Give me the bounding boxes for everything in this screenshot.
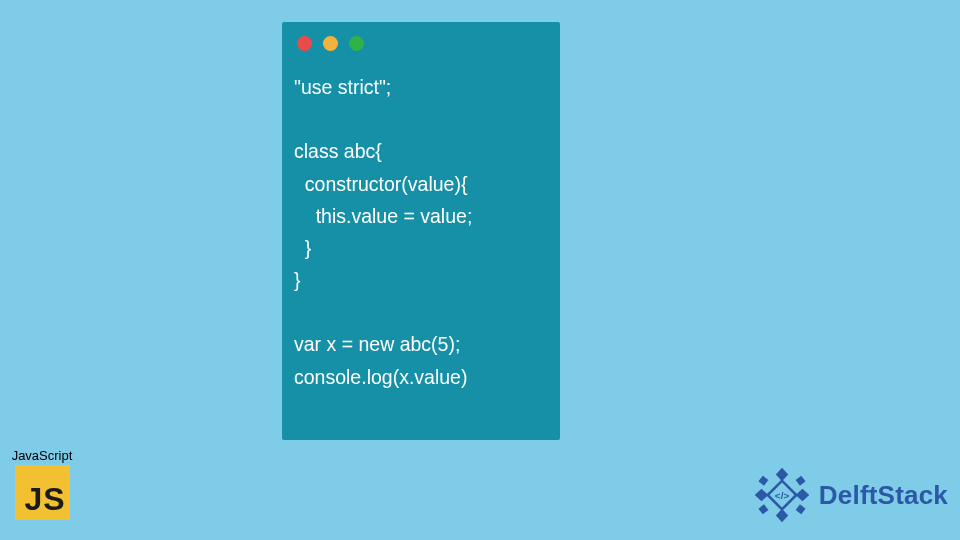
traffic-lights — [282, 22, 560, 57]
letter-j: J — [25, 481, 43, 518]
maximize-icon — [349, 36, 364, 51]
javascript-label: JavaScript — [6, 448, 78, 463]
letter-s: S — [43, 481, 64, 518]
code-window: "use strict"; class abc{ constructor(val… — [282, 22, 560, 440]
javascript-logo-icon: J S — [15, 465, 70, 520]
delftstack-name: DelftStack — [819, 480, 948, 511]
javascript-badge: JavaScript J S — [6, 448, 78, 520]
delftstack-brand: </> DelftStack — [751, 464, 948, 526]
delftstack-logo-icon: </> — [751, 464, 813, 526]
close-icon — [297, 36, 312, 51]
code-body: "use strict"; class abc{ constructor(val… — [282, 57, 560, 393]
minimize-icon — [323, 36, 338, 51]
svg-text:</>: </> — [775, 490, 790, 501]
